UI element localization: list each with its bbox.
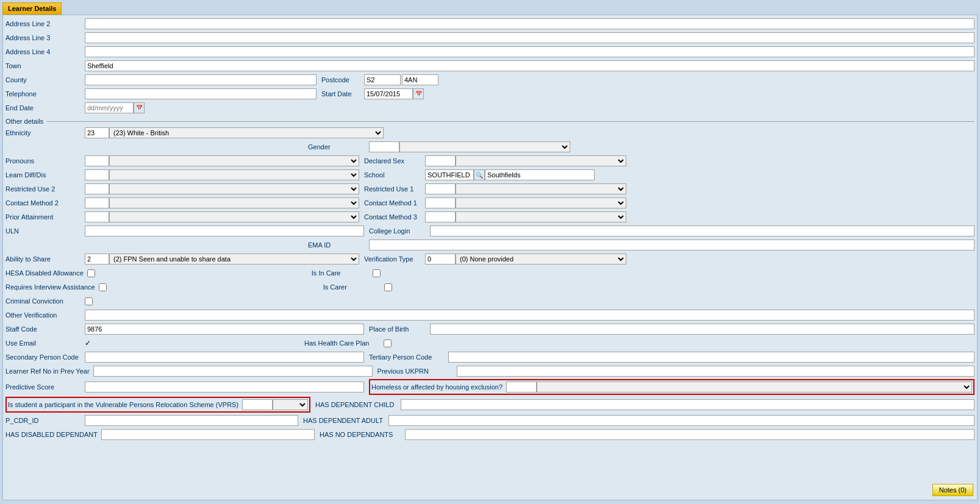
declaredsex-dropdown[interactable]	[456, 155, 626, 166]
address-line4-input[interactable]	[85, 46, 975, 57]
postcode2-input[interactable]	[402, 74, 438, 85]
verificationtype-label: Verification Type	[364, 255, 425, 263]
staffcode-input[interactable]	[85, 324, 364, 335]
contactmethod2-code[interactable]	[85, 197, 109, 208]
learnerref-label: Learner Ref No in Prev Year	[5, 367, 93, 375]
school-name[interactable]	[485, 169, 595, 180]
collegelogin-input[interactable]	[430, 225, 975, 236]
school-code[interactable]	[425, 169, 474, 180]
restricted1-label: Restricted Use 1	[364, 185, 425, 193]
disableddependant-input[interactable]	[101, 429, 315, 440]
homeless-code[interactable]	[506, 382, 537, 392]
staffcode-placeofbirth-row: Staff Code Place of Birth	[5, 323, 975, 335]
restricted1-code[interactable]	[425, 183, 456, 194]
startdate-calendar-icon[interactable]: 📅	[413, 88, 424, 99]
dependentchild-input[interactable]	[401, 399, 975, 410]
secondary-input[interactable]	[85, 352, 364, 363]
dependentadult-input[interactable]	[388, 415, 975, 426]
pronouns-code[interactable]	[85, 155, 109, 166]
postcode-label: Postcode	[321, 76, 364, 83]
nodependants-input[interactable]	[405, 429, 975, 440]
restricted2-dropdown[interactable]	[109, 183, 359, 194]
address-line2-row: Address Line 2	[5, 18, 975, 30]
vprs-dropdown[interactable]	[273, 399, 308, 410]
town-input[interactable]: Sheffield	[85, 60, 975, 71]
ukprn-input[interactable]	[457, 366, 975, 377]
verificationtype-dropdown[interactable]: (0) None provided	[456, 254, 626, 264]
vprs-label: Is student a participant in the Vulnerab…	[8, 401, 242, 408]
predictivescore-input[interactable]	[85, 382, 364, 392]
restricted1-dropdown[interactable]	[456, 183, 626, 194]
placeofbirth-input[interactable]	[430, 324, 975, 335]
ethnicity-code[interactable]	[85, 127, 109, 138]
postcode1-input[interactable]	[364, 74, 401, 85]
iscarer-checkbox[interactable]	[384, 283, 392, 291]
contactmethod1-code[interactable]	[425, 197, 456, 208]
criminal-checkbox[interactable]	[85, 297, 93, 305]
gender-label: Gender	[308, 143, 369, 151]
county-label: County	[5, 76, 85, 83]
contactmethod1-dropdown[interactable]	[456, 197, 626, 208]
staffcode-label: Staff Code	[5, 325, 85, 333]
county-postcode-row: County Postcode	[5, 74, 975, 86]
verificationtype-code[interactable]	[425, 254, 456, 264]
learnerref-input[interactable]	[93, 366, 373, 377]
pcdrid-dependentadult-row: P_CDR_ID HAS DEPENDENT ADULT	[5, 414, 975, 427]
startdate-label: Start Date	[321, 90, 364, 98]
priorattainment-label: Prior Attainment	[5, 213, 85, 221]
isincare-checkbox[interactable]	[373, 269, 381, 277]
school-search-icon[interactable]: 🔍	[474, 169, 485, 180]
abilityshare-code[interactable]	[85, 254, 109, 264]
tertiary-input[interactable]	[448, 352, 975, 363]
dependentchild-label: HAS DEPENDENT CHILD	[315, 401, 401, 408]
enddate-calendar-icon[interactable]: 📅	[134, 102, 145, 113]
restricted2-label: Restricted Use 2	[5, 185, 85, 193]
useemail-checkmark: ✓	[85, 339, 91, 347]
learndiff-dropdown[interactable]	[109, 169, 359, 180]
uln-input[interactable]	[85, 225, 364, 236]
telephone-startdate-row: Telephone Start Date 📅	[5, 88, 975, 100]
contact-method-row: Contact Method 2 Contact Method 1	[5, 197, 975, 209]
hesa-checkbox[interactable]	[87, 269, 95, 277]
contactmethod3-code[interactable]	[425, 211, 456, 222]
interview-label: Requires Interview Assistance	[5, 283, 99, 291]
pcdrid-input[interactable]	[85, 415, 298, 426]
address-line4-row: Address Line 4	[5, 46, 975, 58]
pronouns-dropdown[interactable]	[109, 155, 359, 166]
title-bar: Learner Details	[0, 0, 980, 15]
otherverification-input[interactable]	[85, 310, 975, 321]
declaredsex-code[interactable]	[425, 155, 456, 166]
contactmethod2-dropdown[interactable]	[109, 197, 359, 208]
telephone-input[interactable]	[85, 88, 317, 99]
priorattainment-dropdown[interactable]	[109, 211, 359, 222]
page-title: Learner Details	[2, 2, 62, 15]
address-line2-input[interactable]	[85, 18, 975, 29]
address-line3-input[interactable]	[85, 32, 975, 43]
restricted2-code[interactable]	[85, 183, 109, 194]
criminal-label: Criminal Conviction	[5, 297, 85, 305]
homeless-dropdown[interactable]	[537, 382, 972, 392]
other-details-divider: Other details	[5, 118, 975, 125]
county-input[interactable]	[85, 74, 317, 85]
interview-checkbox[interactable]	[99, 283, 107, 291]
restricted-use-row: Restricted Use 2 Restricted Use 1	[5, 183, 975, 195]
gender-code[interactable]	[369, 141, 399, 152]
interview-iscarer-row: Requires Interview Assistance Is Carer	[5, 281, 975, 293]
vprs-code[interactable]	[242, 399, 273, 410]
notes-button[interactable]: Notes (0)	[932, 484, 973, 496]
priorattainment-code[interactable]	[85, 211, 109, 222]
startdate-input[interactable]	[364, 88, 413, 99]
ethnicity-dropdown[interactable]: (23) White - British	[109, 127, 384, 138]
uln-label: ULN	[5, 227, 85, 235]
enddate-input[interactable]	[85, 102, 134, 113]
contactmethod3-dropdown[interactable]	[456, 211, 626, 222]
gender-dropdown[interactable]	[399, 141, 570, 152]
healthcareplan-checkbox[interactable]	[384, 339, 392, 347]
enddate-row: End Date 📅	[5, 102, 975, 114]
useemail-label: Use Email	[5, 339, 85, 347]
learndiff-code[interactable]	[85, 169, 109, 180]
abilityshare-dropdown[interactable]: (2) FPN Seen and unable to share data	[109, 254, 359, 264]
predictive-homeless-row: Predictive Score Homeless or affected by…	[5, 379, 975, 395]
emaid-input[interactable]	[369, 240, 975, 250]
dependentadult-label: HAS DEPENDENT ADULT	[303, 417, 388, 424]
